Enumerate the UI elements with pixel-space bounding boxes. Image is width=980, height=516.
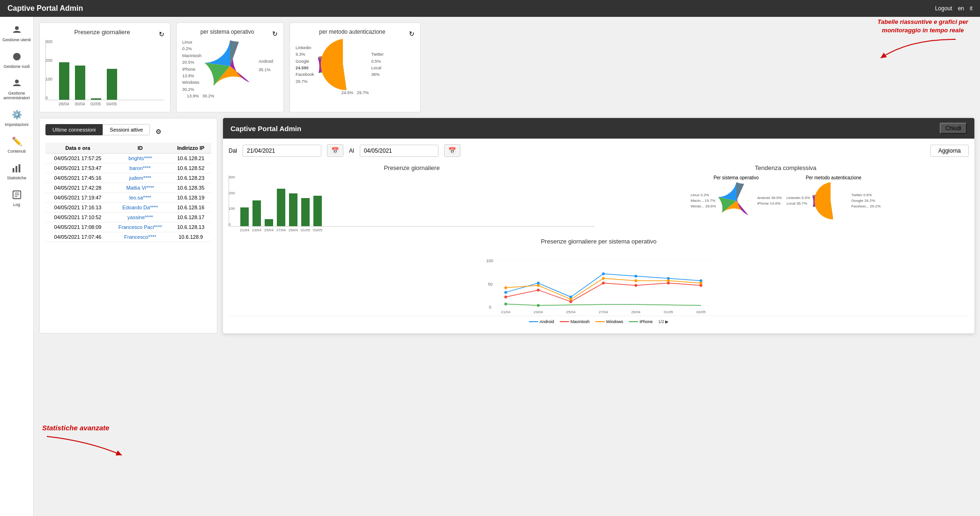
table-row: 04/05/2021 17:08:09 Francesco Paci**** 1… <box>45 222 211 232</box>
svg-text:27/04: 27/04 <box>599 310 608 314</box>
cell-id[interactable]: judem**** <box>110 173 171 183</box>
auth-right-local: Local <box>371 65 384 71</box>
legend-macintosh: Macintosh <box>560 319 590 324</box>
modal-y-300: 300 <box>229 175 235 179</box>
sidebar-item-admins[interactable]: Gestione amministratori <box>0 74 33 104</box>
os-right-android-val: 35.1% <box>259 66 273 74</box>
refresh-presenze-icon[interactable]: ↻ <box>159 30 164 38</box>
os-legend-linux: Linux <box>182 39 201 45</box>
sidebar: Gestione utenti Gestione ruoli Gestione … <box>0 17 34 516</box>
cell-date: 04/05/2021 17:45:16 <box>45 173 110 183</box>
cell-id[interactable]: baron**** <box>110 163 171 173</box>
col-ip: Indirizzo IP <box>171 143 211 154</box>
cell-ip: 10.6.128.21 <box>171 154 211 163</box>
auth-legend-facebook-pct: 29.7% <box>296 78 314 85</box>
connections-table: Data e ora ID Indirizzo IP 04/05/2021 17… <box>45 143 211 242</box>
cell-ip: 10.6.128.17 <box>171 213 211 222</box>
tab-last-connections[interactable]: Ultime connessioni <box>45 124 103 135</box>
auth-legend-facebook: Facebook <box>296 71 314 78</box>
modal-auth2-linkedin: Linkedin 9.3% <box>787 195 810 201</box>
os-pie-center-label: 13.9% 30.2% <box>187 94 215 98</box>
svg-point-27 <box>634 284 637 287</box>
sidebar-item-users[interactable]: Gestione utenti <box>0 21 33 45</box>
cell-id[interactable]: leo.sa**** <box>110 193 171 203</box>
stats-arrow <box>42 432 126 460</box>
modal-os2-android: Android 36.9% <box>757 195 781 201</box>
modal-header: Captive Portal Admin Chiudi <box>223 118 974 139</box>
cal-from-button[interactable]: 📅 <box>327 144 343 157</box>
modal-os-pie-wrap: Per sistema operativo Linux 0.2% Macin..… <box>690 175 782 220</box>
cell-id[interactable]: Francesco Paci**** <box>110 222 171 232</box>
modal-auth2-local: Local 36.7% <box>787 201 810 206</box>
table-row: 04/05/2021 17:53:47 baron**** 10.6.128.5… <box>45 163 211 173</box>
admins-icon <box>10 77 23 90</box>
svg-point-30 <box>505 286 507 289</box>
svg-text:29/04: 29/04 <box>631 310 640 314</box>
cell-id[interactable]: Mattia Vi**** <box>110 183 171 193</box>
cal-to-button[interactable]: 📅 <box>444 144 460 157</box>
modal-auth2-google: Google 24.2% <box>851 198 881 204</box>
refresh-connections-icon[interactable]: ⚙ <box>156 128 162 135</box>
os-legend-mac-pct: 20.5% <box>182 59 201 66</box>
svg-text:23/04: 23/04 <box>534 310 543 314</box>
date-to-input[interactable] <box>360 145 438 157</box>
logout-link[interactable]: Logout <box>935 5 952 12</box>
legend-iphone: iPhone <box>629 319 653 324</box>
svg-point-1 <box>13 53 21 60</box>
refresh-auth-icon[interactable]: ↻ <box>409 30 415 37</box>
date-from-input[interactable] <box>243 145 321 157</box>
svg-point-38 <box>537 304 540 307</box>
sidebar-item-roles[interactable]: Gestione ruoli <box>0 47 33 72</box>
auth-right-twitter-pct: 0.5% <box>371 58 384 65</box>
table-row: 04/05/2021 17:57:25 brights**** 10.6.128… <box>45 154 211 163</box>
bar-label-2804: 28/04 <box>59 102 69 106</box>
modal-bl-4: 27/04 <box>276 228 285 232</box>
cell-id[interactable]: yassine**** <box>110 213 171 222</box>
sidebar-item-log[interactable]: Log <box>0 185 33 210</box>
annotation-top: Tabelle riassuntive e grafici permonitor… <box>871 18 974 64</box>
auth-legend-google-pct: 24.590 <box>296 65 314 71</box>
top-navbar: Captive Portal Admin Logout en it <box>0 0 980 17</box>
lang-en[interactable]: en <box>958 5 964 12</box>
svg-point-34 <box>634 280 637 282</box>
bar-2804 <box>59 62 69 100</box>
svg-text:50: 50 <box>488 282 493 287</box>
os-pie-card: per sistema operativo ↻ Linux 0.2% Macin… <box>176 22 284 112</box>
tab-active-sessions[interactable]: Sessioni attive <box>103 124 150 135</box>
annotation-bottom-fixed: Statistiche avanzate <box>42 424 126 460</box>
auth-bottom-pcts: 24.5% 29.7% <box>342 90 369 95</box>
svg-point-2 <box>15 80 19 83</box>
auth-right-twitter: Twitter <box>371 51 384 58</box>
table-row: 04/05/2021 17:16:13 Edoardo Da**** 10.6.… <box>45 203 211 213</box>
modal-bl-2: 23/04 <box>252 228 260 232</box>
auth-legend-linkedin-pct: 9.3% <box>296 51 314 58</box>
sidebar-item-contents[interactable]: ✏️ Contenuti <box>0 132 33 157</box>
users-icon <box>10 23 23 37</box>
modal-os2-linux: Linux 0.2% <box>690 192 716 198</box>
cell-ip: 10.6.128.23 <box>171 173 211 183</box>
legend-windows: Windows <box>595 319 624 324</box>
cell-id[interactable]: brights**** <box>110 154 171 163</box>
modal-close-button[interactable]: Chiudi <box>940 123 967 134</box>
sidebar-item-settings[interactable]: ⚙️ Impostazioni <box>0 105 33 130</box>
stats-label: Statistiche <box>7 176 27 181</box>
y-100: 100 <box>45 77 52 81</box>
cell-id[interactable]: Edoardo Da**** <box>110 203 171 213</box>
lang-it[interactable]: it <box>970 5 973 12</box>
svg-rect-3 <box>12 168 14 172</box>
svg-point-16 <box>505 291 507 294</box>
page-indicator[interactable]: 1/2 ▶ <box>658 319 668 324</box>
cell-ip: 10.6.128.13 <box>171 222 211 232</box>
auth-legend-linkedin: Linkedin <box>296 44 314 51</box>
cell-id[interactable]: Francesco**** <box>110 232 171 242</box>
date-filter-row: Dal 📅 Al 📅 Aggiorna <box>229 144 969 157</box>
auth-right-local-pct: 36% <box>371 71 384 78</box>
update-button[interactable]: Aggiorna <box>930 145 969 157</box>
modal-presenze-title: Presenze giornaliere <box>229 164 595 171</box>
svg-point-32 <box>569 298 572 301</box>
modal-tendency-section: Tendenza complessiva Per sistema operati… <box>602 164 969 232</box>
sidebar-item-stats[interactable]: Statistiche <box>0 159 33 184</box>
modal-bar-2 <box>252 200 261 226</box>
svg-point-19 <box>602 273 605 275</box>
refresh-os-icon[interactable]: ↻ <box>272 30 278 37</box>
